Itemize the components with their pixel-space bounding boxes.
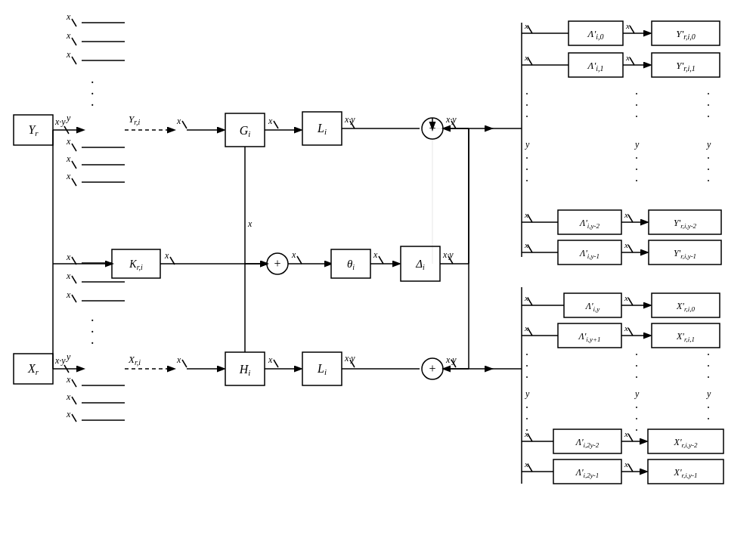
svg-text:·: · xyxy=(525,110,528,123)
svg-line-61 xyxy=(528,57,532,65)
svg-line-13 xyxy=(72,57,76,64)
svg-text:·: · xyxy=(91,97,94,113)
svg-text:x: x xyxy=(624,459,628,469)
svg-line-66 xyxy=(630,57,634,65)
svg-line-171 xyxy=(528,328,532,336)
svg-text:x: x xyxy=(66,30,71,41)
svg-line-207 xyxy=(628,434,633,441)
svg-text:x: x xyxy=(66,11,71,22)
svg-text:·: · xyxy=(707,175,710,187)
svg-line-133 xyxy=(72,397,76,404)
svg-line-145 xyxy=(274,360,278,367)
svg-line-136 xyxy=(72,414,76,422)
svg-text:x: x xyxy=(624,293,628,302)
svg-text:y: y xyxy=(525,388,530,399)
svg-text:y: y xyxy=(634,388,640,399)
svg-line-51 xyxy=(528,26,532,33)
svg-line-123 xyxy=(72,295,76,302)
svg-text:x: x xyxy=(176,116,181,126)
svg-line-212 xyxy=(528,464,532,472)
svg-text:·: · xyxy=(707,110,710,123)
svg-text:x: x xyxy=(66,271,71,281)
svg-text:x: x xyxy=(624,323,628,333)
svg-text:x: x xyxy=(66,409,71,419)
svg-text:+: + xyxy=(429,362,435,375)
svg-line-202 xyxy=(528,434,532,441)
svg-text:x: x xyxy=(247,218,253,229)
svg-text:x: x xyxy=(66,289,71,300)
svg-text:x·y: x·y xyxy=(54,116,66,127)
svg-line-120 xyxy=(72,276,76,283)
svg-text:·: · xyxy=(635,110,638,123)
svg-text:y: y xyxy=(525,139,530,150)
svg-text:·: · xyxy=(91,336,94,351)
svg-line-228 xyxy=(297,256,302,264)
svg-text:x: x xyxy=(66,171,71,181)
svg-text:x·y: x·y xyxy=(54,355,66,366)
svg-text:y: y xyxy=(634,139,640,150)
svg-text:x: x xyxy=(291,249,296,260)
svg-text:x: x xyxy=(66,49,71,60)
svg-line-166 xyxy=(628,298,633,305)
svg-text:x: x xyxy=(625,53,630,62)
svg-text:x: x xyxy=(66,136,71,147)
block-diagram: Yr x·y x x x · · · y x x x Yr,i x Gi x L… xyxy=(0,0,756,560)
svg-text:x: x xyxy=(176,354,181,365)
svg-line-10 xyxy=(72,38,76,45)
svg-line-102 xyxy=(528,245,532,252)
svg-text:x: x xyxy=(164,250,169,261)
svg-text:x: x xyxy=(66,391,71,402)
svg-line-176 xyxy=(628,328,633,336)
svg-line-130 xyxy=(72,379,76,387)
svg-text:y: y xyxy=(706,388,711,399)
svg-line-20 xyxy=(72,144,76,151)
svg-text:x: x xyxy=(624,429,628,438)
svg-line-92 xyxy=(528,215,532,222)
svg-line-107 xyxy=(628,245,633,252)
svg-text:Yr,i: Yr,i xyxy=(129,113,141,126)
svg-text:·: · xyxy=(635,424,638,437)
svg-text:y: y xyxy=(66,351,71,362)
svg-text:·: · xyxy=(707,371,710,384)
svg-text:x: x xyxy=(66,374,71,385)
svg-text:x: x xyxy=(268,116,273,126)
svg-text:y: y xyxy=(66,113,71,123)
svg-text:·: · xyxy=(635,371,638,384)
svg-line-26 xyxy=(72,178,76,186)
svg-text:y: y xyxy=(706,139,711,150)
svg-text:·: · xyxy=(525,175,528,187)
svg-text:+: + xyxy=(274,257,280,270)
svg-line-30 xyxy=(182,121,187,128)
svg-line-35 xyxy=(274,121,278,128)
svg-line-23 xyxy=(72,161,76,169)
svg-text:x: x xyxy=(624,210,628,219)
svg-text:Xr,i: Xr,i xyxy=(128,354,141,367)
svg-text:x·y: x·y xyxy=(344,114,355,125)
svg-text:x·y: x·y xyxy=(442,249,454,260)
svg-text:x: x xyxy=(373,249,378,260)
svg-line-217 xyxy=(628,464,633,472)
svg-text:x: x xyxy=(624,240,628,249)
svg-line-161 xyxy=(528,298,532,305)
svg-text:x·y: x·y xyxy=(445,354,457,365)
svg-text:x: x xyxy=(625,21,630,30)
svg-text:·: · xyxy=(635,175,638,187)
svg-line-234 xyxy=(379,256,383,264)
svg-line-97 xyxy=(628,215,633,222)
svg-text:·: · xyxy=(525,371,528,384)
svg-line-7 xyxy=(72,19,76,26)
svg-line-56 xyxy=(630,26,634,33)
svg-text:x: x xyxy=(66,252,71,262)
svg-text:x·y: x·y xyxy=(445,114,457,125)
svg-text:x·y: x·y xyxy=(344,353,355,364)
svg-line-140 xyxy=(182,360,187,367)
svg-text:x: x xyxy=(268,354,273,365)
svg-text:x: x xyxy=(66,153,71,164)
